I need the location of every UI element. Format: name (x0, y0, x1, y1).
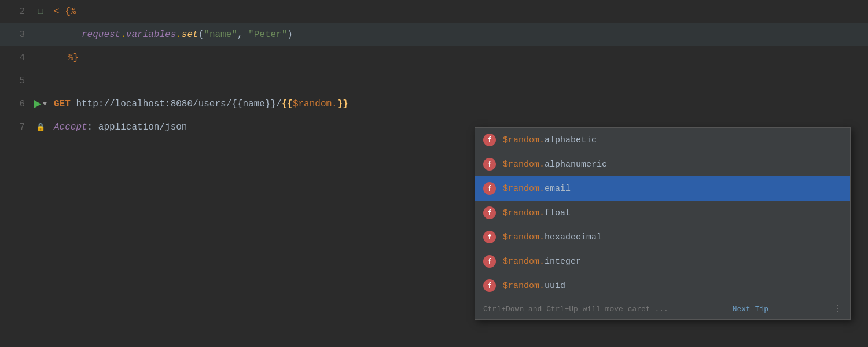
token-6-get: GET (54, 93, 76, 116)
autocomplete-dropdown: f $random.alphabetic f $random.alphanume… (475, 127, 851, 320)
autocomplete-icon-alphanumeric: f (483, 158, 496, 171)
token-6-name-var: {{name}} (231, 93, 276, 116)
line-number-7: 7 (0, 116, 32, 139)
token-3-dot1: . (120, 23, 126, 46)
line-content-3: request.variables.set("name", "Peter") (49, 23, 868, 46)
autocomplete-item-integer[interactable]: f $random.integer (475, 249, 850, 274)
autocomplete-icon-email: f (483, 182, 496, 195)
code-line-3: 3 request.variables.set("name", "Peter") (0, 23, 868, 46)
gutter-2: □ (32, 0, 49, 23)
code-line-2: 2 □ < {% (0, 0, 868, 23)
gutter-7: 🔒 (32, 116, 49, 139)
token-3-set: set (182, 23, 198, 46)
token-rand-prefix-4: $random. (503, 208, 545, 218)
line-number-5: 5 (0, 69, 32, 93)
autocomplete-item-uuid[interactable]: f $random.uuid (475, 274, 850, 298)
autocomplete-text-alphanumeric: $random.alphanumeric (503, 160, 607, 169)
line-number-3: 3 (0, 23, 32, 46)
token-rand-prefix-1: $random. (503, 135, 545, 145)
autocomplete-icon-alphabetic: f (483, 134, 496, 146)
token-3-dot2: . (176, 23, 182, 46)
run-button-6[interactable] (34, 100, 41, 108)
token-rand-suffix-1: alphabetic (545, 135, 597, 145)
dropdown-button-6[interactable]: ▼ (43, 101, 47, 108)
token-7-colon: : (87, 116, 98, 139)
token-7-value: application/json (98, 116, 187, 139)
token-3-vars: variables (126, 23, 176, 46)
token-rand-suffix-6: integer (545, 257, 581, 267)
autocomplete-footer: Ctrl+Down and Ctrl+Up will move caret ..… (475, 298, 850, 319)
gutter-3 (32, 23, 49, 46)
line-number-6: 6 (0, 93, 32, 116)
token-6-url: http://localhost:8080/users/ (76, 93, 231, 116)
line-number-2: 2 (0, 0, 32, 23)
autocomplete-icon-float: f (483, 206, 496, 219)
autocomplete-text-integer: $random.integer (503, 257, 581, 267)
autocomplete-icon-integer: f (483, 255, 496, 268)
token-7-key: Accept (54, 116, 87, 139)
token-rand-prefix-6: $random. (503, 257, 545, 267)
code-line-5: 5 (0, 69, 868, 93)
gutter-4 (32, 46, 49, 69)
autocomplete-text-alphabetic: $random.alphabetic (503, 135, 597, 145)
lock-icon-7: 🔒 (36, 123, 45, 132)
line-content-6: GET http://localhost:8080/users/{{name}}… (49, 93, 868, 116)
autocomplete-text-uuid: $random.uuid (503, 281, 565, 291)
code-line-4: 4 %} (0, 46, 868, 69)
token-rand-prefix-2: $random. (503, 160, 545, 169)
autocomplete-text-float: $random.float (503, 208, 571, 218)
token-6-close-brace: }} (337, 93, 348, 116)
autocomplete-menu-icon[interactable]: ⋮ (833, 303, 842, 315)
token-3-str2: "Peter" (248, 23, 287, 46)
autocomplete-icon-uuid: f (483, 279, 496, 292)
token-2-1: < (54, 0, 65, 23)
token-rand-suffix-7: uuid (545, 281, 565, 291)
code-line-6: 6 ▼ GET http://localhost:8080/users/{{na… (0, 93, 868, 116)
line-number-4: 4 (0, 46, 32, 69)
gutter-6: ▼ (32, 93, 49, 116)
token-3-comma: , (237, 23, 248, 46)
autocomplete-icon-hexadecimal: f (483, 231, 496, 243)
autocomplete-footer-text: Ctrl+Down and Ctrl+Up will move caret ..… (483, 305, 668, 313)
token-6-random: $random. (293, 93, 337, 116)
token-3-paren1: ( (198, 23, 204, 46)
gutter-5 (32, 69, 49, 93)
token-3-str1: "name" (204, 23, 237, 46)
token-3-paren2: ) (287, 23, 293, 46)
line-content-2: < {% (49, 0, 868, 23)
token-6-open-brace: {{ (282, 93, 293, 116)
token-4-percent: %} (68, 46, 79, 69)
autocomplete-item-alphabetic[interactable]: f $random.alphabetic (475, 128, 850, 152)
autocomplete-item-email[interactable]: f $random.email (475, 176, 850, 201)
autocomplete-text-hexadecimal: $random.hexadecimal (503, 232, 602, 242)
token-rand-suffix-2: alphanumeric (545, 160, 607, 169)
token-rand-prefix-7: $random. (503, 281, 545, 291)
code-editor: 2 □ < {% 3 request.variables.set("name",… (0, 0, 868, 347)
fold-icon-2[interactable]: □ (38, 7, 43, 16)
token-rand-suffix-4: float (545, 208, 571, 218)
token-rand-prefix-3: $random. (503, 184, 545, 194)
token-2-2: {% (65, 0, 76, 23)
autocomplete-text-email: $random.email (503, 184, 571, 194)
token-3-obj: request (82, 23, 120, 46)
line-content-4: %} (49, 46, 868, 69)
token-rand-suffix-3: email (545, 184, 571, 194)
next-tip-button[interactable]: Next Tip (733, 305, 768, 313)
token-rand-prefix-5: $random. (503, 232, 545, 242)
autocomplete-item-alphanumeric[interactable]: f $random.alphanumeric (475, 152, 850, 176)
token-6-slash: / (276, 93, 282, 116)
token-rand-suffix-5: hexadecimal (545, 232, 602, 242)
autocomplete-item-float[interactable]: f $random.float (475, 201, 850, 225)
autocomplete-item-hexadecimal[interactable]: f $random.hexadecimal (475, 225, 850, 249)
